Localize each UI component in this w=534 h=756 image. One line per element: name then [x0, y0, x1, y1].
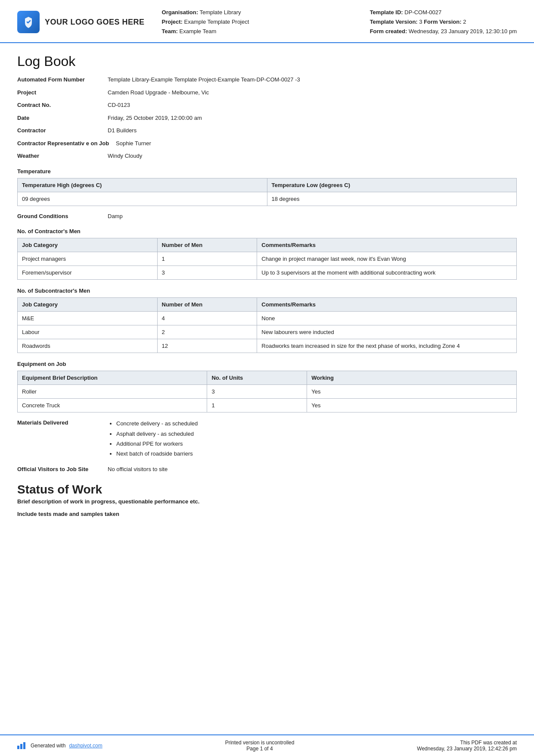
- contractors-col-category: Job Category: [18, 238, 158, 252]
- comments-cell: None: [257, 312, 517, 325]
- table-row: Project managers 1 Change in project man…: [18, 252, 517, 266]
- category-cell: M&E: [18, 312, 158, 325]
- subcontractors-col-category: Job Category: [18, 298, 158, 312]
- materials-label: Materials Delivered: [17, 419, 108, 427]
- equipment-col-units: No. of Units: [207, 371, 307, 385]
- number-cell: 2: [157, 325, 257, 339]
- logo-icon: [17, 11, 40, 33]
- list-item: Additional PPE for workers: [116, 439, 198, 449]
- weather-row: Weather Windy Cloudy: [17, 152, 517, 160]
- table-row: Roller 3 Yes: [18, 385, 517, 399]
- contract-label: Contract No.: [17, 101, 108, 109]
- date-label: Date: [17, 114, 108, 122]
- template-id-label: Template ID:: [370, 9, 403, 16]
- contractors-men-table: Job Category Number of Men Comments/Rema…: [17, 238, 517, 280]
- header-project: Project: Example Template Project: [162, 17, 370, 27]
- subcontractors-men-table: Job Category Number of Men Comments/Rema…: [17, 297, 517, 353]
- table-row: Labour 2 New labourers were inducted: [18, 325, 517, 339]
- weather-value: Windy Cloudy: [108, 152, 142, 160]
- comments-cell: Change in project manager last week, now…: [257, 252, 517, 266]
- project-field-value: Camden Road Upgrade - Melbourne, Vic: [108, 88, 209, 97]
- table-row: Concrete Truck 1 Yes: [18, 399, 517, 412]
- comments-cell: Up to 3 supervisors at the moment with a…: [257, 266, 517, 280]
- bar3: [23, 742, 25, 749]
- form-created-value: Wednesday, 23 January 2019, 12:30:10 pm: [409, 28, 517, 34]
- table-row: Roadwords 12 Roadworks team increased in…: [18, 339, 517, 353]
- bar1: [17, 746, 19, 749]
- status-title: Status of Work: [17, 483, 517, 497]
- equipment-col-working: Working: [307, 371, 517, 385]
- page-title: Log Book: [17, 53, 517, 69]
- ground-value: Damp: [108, 212, 123, 221]
- number-cell: 1: [157, 252, 257, 266]
- temperature-section-title: Temperature: [17, 168, 517, 175]
- form-version-label: Form Version:: [424, 19, 461, 25]
- ground-row: Ground Conditions Damp: [17, 212, 517, 221]
- include-tests: Include tests made and samples taken: [17, 511, 517, 517]
- official-visitors-row: Official Visitors to Job Site No officia…: [17, 465, 517, 474]
- table-row: Foremen/supervisor 3 Up to 3 supervisors…: [18, 266, 517, 280]
- comments-cell: New labourers were inducted: [257, 325, 517, 339]
- contractor-label: Contractor: [17, 126, 108, 135]
- category-cell: Roadwords: [18, 339, 158, 353]
- footer-logo-bars: [17, 742, 25, 749]
- org-value: Template Library: [199, 9, 241, 16]
- org-label: Organisation:: [162, 9, 199, 16]
- template-id-value: DP-COM-0027: [404, 9, 441, 16]
- materials-list: Concrete delivery - as scheduledAsphalt …: [108, 419, 198, 459]
- table-row: 09 degrees 18 degrees: [18, 192, 517, 206]
- materials-row: Materials Delivered Concrete delivery - …: [17, 419, 517, 459]
- contractor-rep-row: Contractor Representativ e on Job Sophie…: [17, 139, 517, 148]
- automated-form-label: Automated Form Number: [17, 75, 108, 84]
- table-row: M&E 4 None: [18, 312, 517, 325]
- team-label: Team:: [162, 28, 178, 34]
- project-field-label: Project: [17, 88, 108, 97]
- contractor-rep-label: Contractor Representativ e on Job: [17, 139, 116, 148]
- header-right: Template ID: DP-COM-0027 Template Versio…: [370, 8, 517, 36]
- logo-area: YOUR LOGO GOES HERE: [17, 8, 145, 36]
- description-cell: Roller: [18, 385, 207, 399]
- temperature-table: Temperature High (degrees C) Temperature…: [17, 178, 517, 206]
- working-cell: Yes: [307, 385, 517, 399]
- category-cell: Foremen/supervisor: [18, 266, 158, 280]
- template-version-row: Template Version: 3 Form Version: 2: [370, 17, 517, 27]
- contract-value: CD-0123: [108, 101, 130, 109]
- temp-low-value: 18 degrees: [267, 192, 517, 206]
- contractor-row: Contractor D1 Builders: [17, 126, 517, 135]
- automated-form-row: Automated Form Number Template Library-E…: [17, 75, 517, 84]
- description-cell: Concrete Truck: [18, 399, 207, 412]
- generated-text: Generated with: [31, 743, 65, 749]
- contractor-rep-value: Sophie Turner: [116, 139, 151, 148]
- contract-row: Contract No. CD-0123: [17, 101, 517, 109]
- list-item: Concrete delivery - as scheduled: [116, 419, 198, 428]
- official-visitors-value: No official visitors to site: [108, 465, 168, 474]
- temp-low-header: Temperature Low (degrees C): [267, 178, 517, 192]
- footer-left: Generated with dashpivot.com: [17, 742, 102, 749]
- footer-center-line2: Page 1 of 4: [225, 746, 295, 752]
- equipment-section-title: Equipment on Job: [17, 361, 517, 367]
- project-row: Project Camden Road Upgrade - Melbourne,…: [17, 88, 517, 97]
- footer-right-line1: This PDF was created at: [417, 740, 517, 746]
- weather-label: Weather: [17, 152, 108, 160]
- contractors-col-number: Number of Men: [157, 238, 257, 252]
- form-created-label: Form created:: [370, 28, 407, 34]
- category-cell: Labour: [18, 325, 158, 339]
- temp-high-header: Temperature High (degrees C): [18, 178, 267, 192]
- subcontractors-col-comments: Comments/Remarks: [257, 298, 517, 312]
- logo-text: YOUR LOGO GOES HERE: [45, 18, 145, 27]
- status-subtitle: Brief description of work in progress, q…: [17, 498, 517, 505]
- contractors-men-section-title: No. of Contractor's Men: [17, 228, 517, 234]
- template-version-label: Template Version:: [370, 19, 418, 25]
- temp-high-value: 09 degrees: [18, 192, 267, 206]
- subcontractors-men-section-title: No. of Subcontractor's Men: [17, 287, 517, 294]
- equipment-col-description: Equipment Brief Description: [18, 371, 207, 385]
- generated-link[interactable]: dashpivot.com: [69, 743, 102, 749]
- project-label: Project:: [162, 19, 183, 25]
- number-cell: 4: [157, 312, 257, 325]
- number-cell: 12: [157, 339, 257, 353]
- ground-label: Ground Conditions: [17, 212, 108, 221]
- contractors-col-comments: Comments/Remarks: [257, 238, 517, 252]
- bar2: [20, 744, 22, 749]
- category-cell: Project managers: [18, 252, 158, 266]
- footer-right-line2: Wednesday, 23 January 2019, 12:42:26 pm: [417, 746, 517, 752]
